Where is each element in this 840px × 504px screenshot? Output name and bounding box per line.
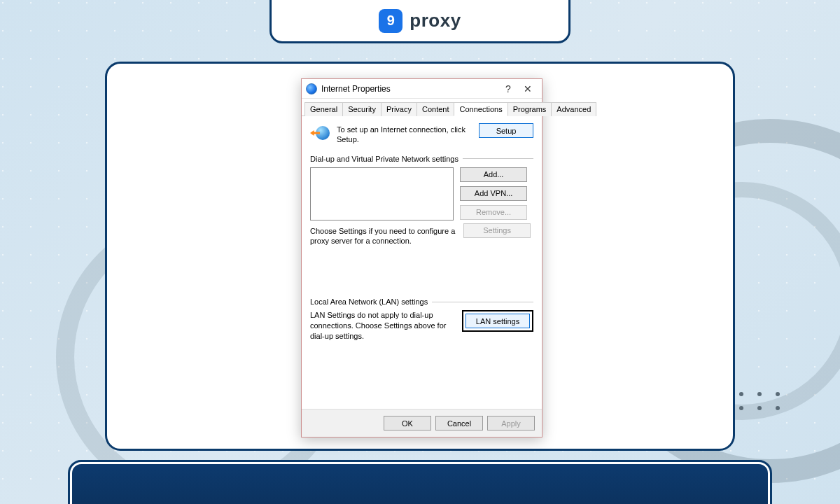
remove-button: Remove... (460, 205, 527, 220)
titlebar[interactable]: Internet Properties ? ✕ (302, 79, 542, 99)
dialup-section-heading: Dial-up and Virtual Private Network sett… (310, 155, 533, 163)
lan-heading-text: Local Area Network (LAN) settings (310, 298, 428, 306)
dialup-settings-button: Settings (463, 223, 531, 238)
tab-strip: General Security Privacy Content Connect… (302, 99, 542, 116)
brand-banner: 9 proxy (270, 0, 570, 43)
tab-connections[interactable]: Connections (454, 102, 507, 116)
dialog-title: Internet Properties (321, 84, 498, 94)
tab-advanced[interactable]: Advanced (551, 102, 596, 116)
tab-privacy[interactable]: Privacy (381, 102, 417, 116)
ok-button[interactable]: OK (384, 416, 431, 430)
help-button[interactable]: ? (498, 81, 518, 97)
dialog-body: To set up an Internet connection, click … (302, 116, 542, 409)
internet-properties-dialog: Internet Properties ? ✕ General Security… (301, 78, 542, 438)
apply-button: Apply (487, 416, 535, 430)
tab-security[interactable]: Security (342, 102, 382, 116)
add-vpn-button[interactable]: Add VPN... (460, 186, 527, 201)
setup-instruction-text: To set up an Internet connection, click … (337, 123, 473, 145)
internet-options-icon (306, 83, 317, 94)
bottom-banner (70, 462, 770, 504)
lan-settings-highlight: LAN settings (462, 310, 533, 332)
tab-content[interactable]: Content (416, 102, 455, 116)
close-button[interactable]: ✕ (518, 81, 538, 97)
lan-settings-button[interactable]: LAN settings (465, 314, 530, 328)
dialup-heading-text: Dial-up and Virtual Private Network sett… (310, 155, 458, 163)
cancel-button[interactable]: Cancel (435, 416, 483, 430)
brand-logo-icon: 9 (379, 9, 402, 33)
connection-wizard-icon (310, 123, 331, 144)
add-button[interactable]: Add... (460, 167, 527, 182)
tab-programs[interactable]: Programs (507, 102, 552, 116)
lan-section-heading: Local Area Network (LAN) settings (310, 298, 533, 306)
dialup-hint-text: Choose Settings if you need to configure… (310, 226, 457, 246)
dialog-footer: OK Cancel Apply (302, 409, 542, 437)
tab-general[interactable]: General (304, 102, 343, 116)
brand-text: proxy (410, 10, 461, 31)
lan-hint-text: LAN Settings do not apply to dial-up con… (310, 310, 456, 342)
setup-button[interactable]: Setup (479, 123, 533, 138)
dialup-connections-listbox[interactable] (310, 167, 454, 220)
